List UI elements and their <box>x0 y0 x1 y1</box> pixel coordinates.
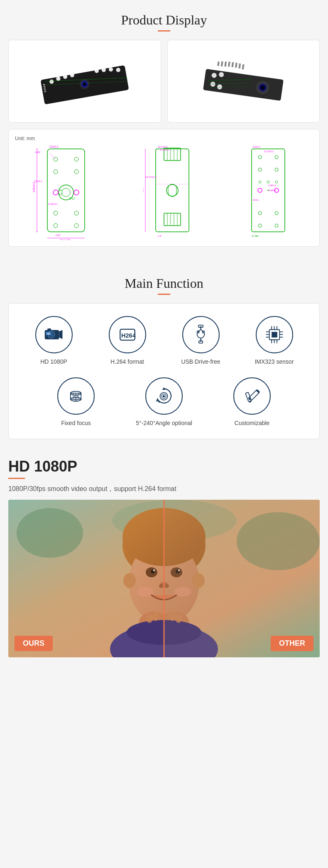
h264-icon: H264 <box>117 324 138 345</box>
badge-ours: OURS <box>15 636 53 651</box>
usb-icon <box>191 324 211 345</box>
function-row-2: Fixed focus <box>17 377 311 426</box>
unit-label: Unit: mm <box>15 136 313 141</box>
svg-text:14: 14 <box>59 189 62 192</box>
imx323-icon-circle <box>256 316 293 353</box>
h264-icon-circle: H264 <box>109 316 146 353</box>
svg-point-104 <box>267 181 269 183</box>
angle-label: 5°-240°Angle optional <box>136 420 192 426</box>
svg-rect-26 <box>239 63 241 68</box>
svg-rect-72 <box>164 213 181 226</box>
svg-point-44 <box>74 211 78 215</box>
svg-point-42 <box>74 170 78 174</box>
feature-imx323: IMX323 sensor <box>245 316 304 365</box>
svg-rect-78 <box>168 184 176 197</box>
hd-title: HD 1080P <box>8 458 320 475</box>
svg-rect-66 <box>156 149 189 232</box>
feature-hd1080p: HD HD 1080P <box>25 316 83 365</box>
feature-fixed-focus: Fixed focus <box>47 377 105 426</box>
svg-rect-120 <box>199 341 203 343</box>
comparison-photo-bg: OURS OTHER <box>8 500 320 657</box>
product-photos-grid <box>8 40 320 123</box>
focus-icon <box>66 386 86 406</box>
svg-rect-110 <box>47 328 51 331</box>
svg-point-49 <box>53 190 58 195</box>
svg-rect-27 <box>242 64 245 69</box>
svg-text:3±0.1: 3±0.1 <box>253 199 259 201</box>
feature-usb: USB·Drive-free <box>172 316 230 365</box>
svg-point-93 <box>258 224 262 227</box>
hd-title-bold: 1080P <box>34 458 77 475</box>
svg-text:4-Ø2: 4-Ø2 <box>35 151 41 153</box>
svg-point-46 <box>74 224 78 228</box>
angle-icon-circle <box>145 377 183 415</box>
svg-text:LED: LED <box>56 234 61 236</box>
svg-marker-111 <box>59 330 62 339</box>
svg-point-92 <box>275 212 278 215</box>
hd1080p-icon-circle: HD <box>35 316 73 353</box>
hd-underline <box>8 478 25 479</box>
svg-rect-122 <box>272 332 277 338</box>
svg-text:Ø12: Ø12 <box>69 197 75 200</box>
hd1080p-label: HD 1080P <box>40 358 67 365</box>
svg-text:24.47±0.3: 24.47±0.3 <box>145 176 157 178</box>
svg-point-45 <box>54 224 58 228</box>
svg-text:12-Ø6: 12-Ø6 <box>252 235 259 237</box>
svg-text:18±0.1: 18±0.1 <box>253 146 261 148</box>
svg-rect-21 <box>221 61 223 66</box>
svg-text:HD: HD <box>47 332 51 335</box>
svg-point-91 <box>258 212 262 215</box>
svg-text:120±0.2: 120±0.2 <box>33 182 35 192</box>
hd-section: HD 1080P 1080P/30fps smooth video output… <box>0 447 328 664</box>
diagram-content: 120±0.2 38±0.25 12±0.2 4-Ø2 LED Ø12 5.26… <box>15 145 313 240</box>
product-photo-svg-1 <box>35 50 135 112</box>
photo-comparison: OURS OTHER <box>8 500 320 657</box>
comparison-svg <box>8 500 320 657</box>
svg-point-41 <box>54 170 58 174</box>
svg-text:21.8±0.2: 21.8±0.2 <box>160 148 170 151</box>
svg-point-90 <box>275 168 278 171</box>
svg-rect-38 <box>47 149 85 232</box>
svg-text:H264: H264 <box>121 332 136 339</box>
feature-h264: H264 H.264 format <box>98 316 157 365</box>
svg-rect-20 <box>217 61 220 66</box>
svg-text:5.26±0.1: 5.26±0.1 <box>48 203 58 205</box>
svg-point-106 <box>268 190 269 191</box>
svg-point-48 <box>62 188 70 197</box>
function-title-underline <box>158 294 170 295</box>
product-image-2 <box>167 40 320 123</box>
svg-point-89 <box>258 168 262 171</box>
svg-line-58 <box>49 153 56 159</box>
hd-description: 1080P/30fps smooth video output，support … <box>8 485 320 494</box>
customizable-label: Customizable <box>235 420 270 426</box>
title-underline-orange <box>158 30 170 32</box>
diagram-front-view: 120±0.2 38±0.25 12±0.2 4-Ø2 LED Ø12 5.26… <box>33 145 103 240</box>
diagram-back-view: 18±0.1 12.3±0.1 2-Ø1.9 4-Ø0.8 3±0.1 12-Ø… <box>241 145 295 240</box>
main-function-title: Main Function <box>8 276 320 291</box>
hd-camera-icon: HD <box>44 324 64 345</box>
angle-icon <box>154 386 174 406</box>
badge-other: OTHER <box>271 636 313 651</box>
fixed-focus-label: Fixed focus <box>61 420 91 426</box>
usb-icon-circle <box>182 316 220 353</box>
svg-point-87 <box>258 156 262 159</box>
svg-text:38±0.25: 38±0.25 <box>60 239 70 240</box>
chip-icon <box>264 324 285 345</box>
svg-point-103 <box>259 181 261 183</box>
product-display-title: Product Display <box>8 12 320 28</box>
svg-rect-152 <box>245 392 251 402</box>
main-function-section: Main Function <box>0 267 328 447</box>
hd-title-plain: HD <box>8 458 34 475</box>
feature-customizable: Customizable <box>223 377 281 426</box>
svg-rect-116 <box>198 325 203 327</box>
feature-angle: 5°-240°Angle optional <box>135 377 193 426</box>
svg-text:12±0.2: 12±0.2 <box>49 145 58 148</box>
usb-label: USB·Drive-free <box>181 358 220 365</box>
diagram-side-view: Ø17 23.3±0.3 21.8±0.2 24.47±0.3 1.6 <box>143 145 201 240</box>
svg-point-95 <box>258 188 262 192</box>
svg-text:50±0.2: 50±0.2 <box>34 180 42 182</box>
svg-text:2-Ø1.9: 2-Ø1.9 <box>268 184 276 187</box>
svg-point-105 <box>275 181 278 183</box>
product-image-1 <box>8 40 161 123</box>
svg-point-88 <box>275 156 278 159</box>
